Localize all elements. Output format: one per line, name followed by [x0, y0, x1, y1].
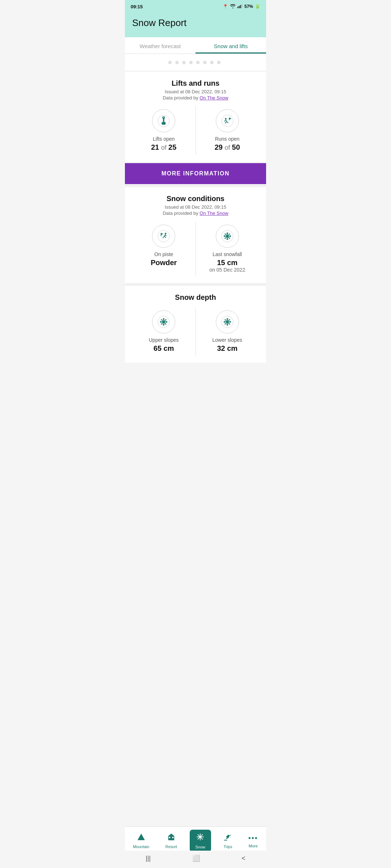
- on-piste-icon-circle: [152, 225, 175, 248]
- svg-marker-11: [229, 118, 231, 119]
- snow-conditions-provider: Data provided by On The Snow: [132, 210, 259, 216]
- scroll-hint: ●●●●●●●●: [125, 54, 266, 71]
- svg-rect-0: [237, 7, 238, 8]
- lifts-icon-circle: [152, 109, 175, 132]
- divider-1: [125, 186, 266, 186]
- lifts-runs-stats: Lifts open 21 of 25: [132, 106, 259, 154]
- last-snowfall-label: Last snowfall: [213, 251, 242, 257]
- svg-rect-3: [241, 4, 242, 8]
- lifts-runs-section: Lifts and runs Issued at 08 Dec 2022, 09…: [125, 72, 266, 162]
- snow-depth-stats: Upper slopes 65 cm: [132, 307, 259, 356]
- lifts-runs-title: Lifts and runs: [132, 79, 259, 88]
- runs-stat: Runs open 29 of 50: [196, 106, 259, 154]
- runs-icon-circle: [216, 109, 239, 132]
- signal-icon: [237, 4, 243, 9]
- lifts-runs-provider-link[interactable]: On The Snow: [199, 95, 228, 101]
- divider-2: [125, 284, 266, 285]
- svg-line-15: [227, 122, 228, 123]
- svg-line-21: [164, 236, 166, 238]
- status-icons: 📍 57% 🔋: [223, 4, 260, 9]
- snow-depth-title: Snow depth: [132, 293, 259, 302]
- wifi-icon: [230, 4, 236, 9]
- snow-conditions-title: Snow conditions: [132, 195, 259, 203]
- last-snowfall-value: 15 cm on 05 Dec 2022: [209, 259, 245, 273]
- status-bar: 09:15 📍 57% 🔋: [125, 0, 266, 13]
- svg-rect-1: [239, 6, 239, 8]
- svg-point-9: [222, 115, 233, 127]
- svg-point-18: [165, 233, 167, 235]
- lower-slopes-icon-circle: [216, 310, 239, 333]
- svg-rect-7: [162, 122, 166, 125]
- app-header: Snow Report: [125, 13, 266, 37]
- tab-weather[interactable]: Weather forecast: [125, 37, 196, 54]
- lifts-value: 21 of 25: [151, 143, 176, 152]
- svg-point-17: [158, 230, 169, 242]
- last-snowfall-icon-circle: [216, 225, 239, 248]
- lower-slopes-value: 32 cm: [217, 344, 237, 353]
- svg-line-22: [165, 235, 167, 236]
- on-piste-label: On piste: [154, 251, 173, 257]
- more-info-button[interactable]: MORE INFORMATION: [125, 163, 266, 184]
- upper-slopes-label: Upper slopes: [149, 337, 179, 343]
- snow-depth-section: Snow depth: [125, 286, 266, 363]
- snow-conditions-provider-link[interactable]: On The Snow: [199, 210, 228, 216]
- snow-conditions-section: Snow conditions Issued at 08 Dec 2022, 0…: [125, 187, 266, 283]
- snow-conditions-issued: Issued at 08 Dec 2022, 09:15: [132, 204, 259, 210]
- runs-label: Runs open: [215, 136, 240, 142]
- lifts-runs-provider: Data provided by On The Snow: [132, 95, 259, 101]
- snow-conditions-stats: On piste Powder: [132, 222, 259, 276]
- upper-slopes-value: 65 cm: [154, 344, 174, 353]
- svg-line-20: [163, 236, 165, 238]
- location-icon: 📍: [223, 4, 228, 9]
- page-title: Snow Report: [132, 17, 259, 29]
- on-piste-stat: On piste Powder: [132, 222, 196, 276]
- upper-slopes-stat: Upper slopes 65 cm: [132, 307, 196, 356]
- status-time: 09:15: [131, 4, 143, 9]
- svg-line-13: [226, 120, 227, 122]
- lifts-stat: Lifts open 21 of 25: [132, 106, 196, 154]
- last-snowfall-stat: Last snowfall 15 cm on 05 Dec 2022: [196, 222, 259, 276]
- lower-slopes-label: Lower slopes: [213, 337, 243, 343]
- tab-bar: Weather forecast Snow and lifts: [125, 37, 266, 54]
- svg-rect-2: [240, 5, 241, 8]
- svg-marker-24: [161, 233, 163, 235]
- on-piste-value: Powder: [151, 259, 177, 267]
- upper-slopes-icon-circle: [152, 310, 175, 333]
- battery-icon: 🔋: [255, 4, 260, 9]
- runs-value: 29 of 50: [215, 143, 240, 152]
- lifts-runs-issued: Issued at 08 Dec 2022, 09:15: [132, 89, 259, 94]
- svg-line-16: [224, 120, 226, 122]
- battery-level: 57%: [244, 4, 253, 9]
- svg-point-12: [225, 118, 227, 120]
- tab-snow-lifts[interactable]: Snow and lifts: [196, 37, 266, 54]
- lifts-label: Lifts open: [153, 136, 175, 142]
- lower-slopes-stat: Lower slopes 32 cm: [196, 307, 259, 356]
- svg-line-14: [225, 122, 227, 123]
